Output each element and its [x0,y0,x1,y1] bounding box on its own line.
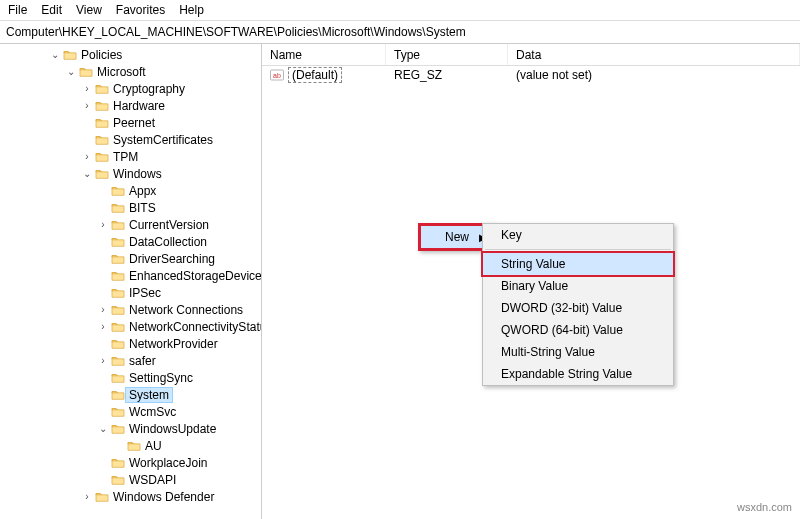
folder-icon [94,116,110,130]
tree-item[interactable]: ›EnhancedStorageDevices [0,267,261,284]
tree-item[interactable]: ›Peernet [0,114,261,131]
folder-icon [110,320,126,334]
folder-icon [126,439,142,453]
chevron-down-icon[interactable]: ⌄ [64,65,78,79]
context-menu-new-label: New [445,230,469,244]
value-type: REG_SZ [386,66,508,84]
tree-item-label: WindowsUpdate [126,422,219,436]
folder-icon [110,422,126,436]
tree-item[interactable]: ⌄Windows [0,165,261,182]
tree-item-label: DataCollection [126,235,210,249]
watermark: wsxdn.com [737,501,792,513]
folder-icon [110,388,126,402]
chevron-down-icon[interactable]: ⌄ [80,167,94,181]
folder-icon [110,235,126,249]
chevron-down-icon[interactable]: ⌄ [96,422,110,436]
chevron-down-icon[interactable]: ⌄ [48,48,62,62]
tree-item[interactable]: ›SystemCertificates [0,131,261,148]
column-type[interactable]: Type [386,44,508,65]
tree-item-label: WSDAPI [126,473,179,487]
menu-edit[interactable]: Edit [41,3,62,17]
tree-item-label: Peernet [110,116,158,130]
tree-item-label: NetworkProvider [126,337,221,351]
tree-item-label: AU [142,439,165,453]
tree-item-label: Microsoft [94,65,149,79]
tree-item-label: Cryptography [110,82,188,96]
menu-favorites[interactable]: Favorites [116,3,165,17]
tree-item[interactable]: ›NetworkProvider [0,335,261,352]
tree-item[interactable]: ›NetworkConnectivityStatus [0,318,261,335]
context-menu-item[interactable]: Expandable String Value [483,363,673,385]
column-data[interactable]: Data [508,44,800,65]
folder-icon [110,201,126,215]
address-bar[interactable]: Computer\HKEY_LOCAL_MACHINE\SOFTWARE\Pol… [0,21,800,44]
context-menu-item[interactable]: DWORD (32-bit) Value [483,297,673,319]
folder-icon [94,133,110,147]
folder-icon [94,82,110,96]
folder-icon [110,184,126,198]
menu-separator [485,249,671,250]
context-menu-item[interactable]: String Value [481,251,675,277]
menu-view[interactable]: View [76,3,102,17]
tree-item[interactable]: ›AU [0,437,261,454]
folder-icon [94,99,110,113]
tree-item[interactable]: ›WSDAPI [0,471,261,488]
tree-item-label: CurrentVersion [126,218,212,232]
tree-item-label: Hardware [110,99,168,113]
chevron-right-icon[interactable]: › [96,320,110,334]
context-menu-item[interactable]: Multi-String Value [483,341,673,363]
chevron-right-icon[interactable]: › [80,82,94,96]
tree-item[interactable]: ›DataCollection [0,233,261,250]
menu-help[interactable]: Help [179,3,204,17]
folder-icon [110,218,126,232]
tree-item[interactable]: ›WcmSvc [0,403,261,420]
list-header: Name Type Data [262,44,800,66]
tree-item[interactable]: ›Windows Defender [0,488,261,505]
folder-icon [110,405,126,419]
folder-icon [110,337,126,351]
tree-item[interactable]: ›IPSec [0,284,261,301]
context-menu-item[interactable]: Key [483,224,673,246]
chevron-right-icon[interactable]: › [96,303,110,317]
menu-file[interactable]: File [8,3,27,17]
tree-item[interactable]: ⌄WindowsUpdate [0,420,261,437]
folder-icon [110,456,126,470]
tree-item[interactable]: ›Hardware [0,97,261,114]
chevron-right-icon[interactable]: › [80,150,94,164]
value-name: (Default) [288,67,342,83]
chevron-right-icon[interactable]: › [96,218,110,232]
folder-icon [110,303,126,317]
registry-tree[interactable]: ⌄Policies⌄Microsoft›Cryptography›Hardwar… [0,44,262,519]
tree-item[interactable]: ›Network Connections [0,301,261,318]
tree-item[interactable]: ›System [0,386,261,403]
folder-icon [94,150,110,164]
chevron-right-icon[interactable]: › [80,490,94,504]
context-menu-item[interactable]: QWORD (64-bit) Value [483,319,673,341]
folder-icon [78,65,94,79]
tree-item[interactable]: ⌄Microsoft [0,63,261,80]
tree-item[interactable]: ›WorkplaceJoin [0,454,261,471]
tree-item[interactable]: ›CurrentVersion [0,216,261,233]
tree-item-label: Windows Defender [110,490,217,504]
tree-item-label: BITS [126,201,159,215]
chevron-right-icon[interactable]: › [80,99,94,113]
tree-item[interactable]: ›Appx [0,182,261,199]
column-name[interactable]: Name [262,44,386,65]
tree-item[interactable]: ›BITS [0,199,261,216]
tree-item[interactable]: ›DriverSearching [0,250,261,267]
value-row[interactable]: ab(Default)REG_SZ(value not set) [262,66,800,84]
svg-text:ab: ab [273,72,281,79]
tree-item-label: WcmSvc [126,405,179,419]
tree-item[interactable]: ›Cryptography [0,80,261,97]
tree-item-label: SystemCertificates [110,133,216,147]
tree-item-label: Network Connections [126,303,246,317]
menu-bar: File Edit View Favorites Help [0,0,800,21]
chevron-right-icon[interactable]: › [96,354,110,368]
tree-item[interactable]: ›safer [0,352,261,369]
tree-item-label: Appx [126,184,159,198]
tree-item[interactable]: ›TPM [0,148,261,165]
context-menu-item[interactable]: Binary Value [483,275,673,297]
tree-item[interactable]: ⌄Policies [0,46,261,63]
folder-icon [110,354,126,368]
tree-item[interactable]: ›SettingSync [0,369,261,386]
